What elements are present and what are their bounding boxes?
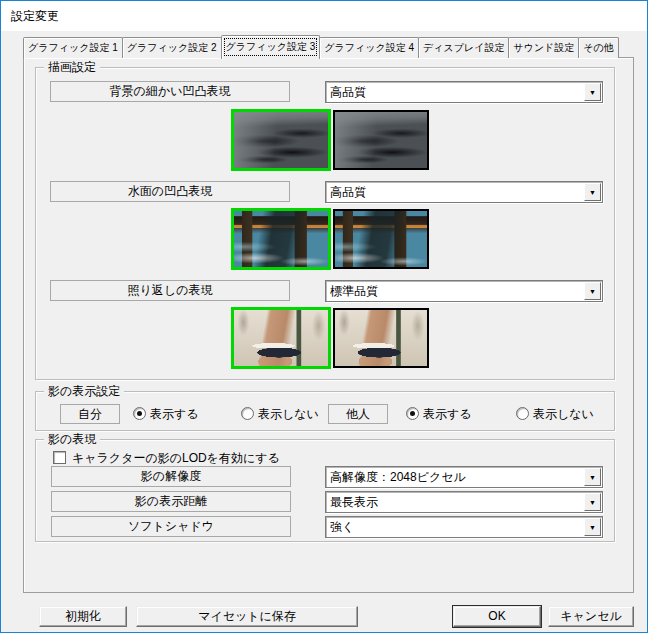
tab-graphics-3[interactable]: グラフィック設定 3 — [221, 35, 321, 59]
combo-shadow-distance[interactable]: 最長表示 ▼ — [325, 491, 603, 513]
thumbnail-reflection-alt[interactable] — [333, 308, 429, 368]
chevron-down-icon[interactable]: ▼ — [584, 518, 601, 536]
group-shadow-expression: 影の表現 キャラクターの影のLODを有効にする 影の解像度 高解像度：2048ピ… — [35, 439, 615, 542]
chevron-down-icon[interactable]: ▼ — [584, 493, 601, 511]
combo-soft-shadow[interactable]: 強く ▼ — [325, 516, 603, 538]
radio-others-hide-label[interactable]: 表示しない — [533, 407, 594, 421]
radio-self-hide[interactable] — [241, 407, 254, 420]
radio-self-show[interactable] — [133, 407, 146, 420]
settings-dialog: 設定変更 描画設定 背景の細かい凹凸表現 高品質 ▼ 水面の凹凸表現 高品質 ▼… — [0, 0, 648, 633]
chevron-down-icon[interactable]: ▼ — [584, 183, 601, 201]
thumbnail-reflection-selected[interactable] — [231, 307, 331, 369]
label-shadow-others: 他人 — [328, 404, 388, 424]
cancel-button[interactable]: キャンセル — [548, 606, 634, 627]
checkbox-shadow-lod-label[interactable]: キャラクターの影のLODを有効にする — [72, 451, 280, 465]
tab-display[interactable]: ディスプレイ設定 — [418, 37, 509, 58]
group-shadow-expression-label: 影の表現 — [44, 432, 100, 446]
tab-other[interactable]: その他 — [578, 37, 618, 58]
label-shadow-self: 自分 — [60, 404, 120, 424]
radio-self-show-label[interactable]: 表示する — [150, 407, 199, 421]
chevron-down-icon[interactable]: ▼ — [584, 468, 601, 486]
tab-graphics-4[interactable]: グラフィック設定 4 — [319, 37, 419, 58]
thumbnail-background-bump-selected[interactable] — [231, 109, 331, 171]
chevron-down-icon[interactable]: ▼ — [584, 83, 601, 101]
combo-background-bump-value: 高品質 — [330, 83, 366, 101]
label-water-bump: 水面の凹凸表現 — [50, 181, 290, 202]
initialize-button[interactable]: 初期化 — [39, 606, 127, 627]
label-shadow-resolution: 影の解像度 — [51, 466, 291, 487]
combo-background-bump[interactable]: 高品質 ▼ — [325, 81, 603, 103]
tab-bar: グラフィック設定 1 グラフィック設定 2 グラフィック設定 3 グラフィック設… — [23, 36, 618, 58]
tab-graphics-2[interactable]: グラフィック設定 2 — [122, 37, 222, 58]
chevron-down-icon[interactable]: ▼ — [584, 282, 601, 300]
thumbnail-water-bump-alt[interactable] — [333, 209, 429, 269]
combo-reflection-value: 標準品質 — [330, 282, 378, 300]
label-soft-shadow: ソフトシャドウ — [51, 516, 291, 537]
combo-water-bump-value: 高品質 — [330, 183, 366, 201]
label-shadow-distance: 影の表示距離 — [51, 491, 291, 512]
ok-button[interactable]: OK — [453, 606, 541, 627]
combo-shadow-resolution[interactable]: 高解像度：2048ピクセル ▼ — [325, 466, 603, 488]
tab-sound[interactable]: サウンド設定 — [508, 37, 579, 58]
titlebar[interactable]: 設定変更 — [1, 1, 647, 31]
tab-graphics-1[interactable]: グラフィック設定 1 — [23, 37, 123, 58]
group-drawing-settings: 描画設定 背景の細かい凹凸表現 高品質 ▼ 水面の凹凸表現 高品質 ▼ 照り返し… — [35, 67, 615, 380]
window-title: 設定変更 — [11, 1, 59, 31]
combo-soft-shadow-value: 強く — [330, 518, 354, 536]
label-background-bump: 背景の細かい凹凸表現 — [50, 81, 290, 102]
combo-shadow-distance-value: 最長表示 — [330, 493, 378, 511]
group-shadow-display-label: 影の表示設定 — [44, 384, 124, 398]
group-drawing-settings-label: 描画設定 — [44, 60, 100, 74]
combo-shadow-resolution-value: 高解像度：2048ピクセル — [330, 468, 466, 486]
combo-reflection[interactable]: 標準品質 ▼ — [325, 280, 603, 302]
thumbnail-water-bump-selected[interactable] — [231, 208, 331, 270]
radio-others-show[interactable] — [406, 407, 419, 420]
combo-water-bump[interactable]: 高品質 ▼ — [325, 181, 603, 203]
tab-panel: 描画設定 背景の細かい凹凸表現 高品質 ▼ 水面の凹凸表現 高品質 ▼ 照り返し… — [23, 57, 634, 593]
radio-others-show-label[interactable]: 表示する — [423, 407, 472, 421]
save-myset-button[interactable]: マイセットに保存 — [136, 606, 358, 627]
thumbnail-background-bump-alt[interactable] — [333, 110, 429, 170]
label-reflection: 照り返しの表現 — [50, 280, 290, 301]
checkbox-shadow-lod[interactable] — [53, 451, 66, 464]
group-shadow-display: 影の表示設定 自分 表示する 表示しない 他人 表示する 表示しない — [35, 391, 615, 431]
radio-others-hide[interactable] — [516, 407, 529, 420]
radio-self-hide-label[interactable]: 表示しない — [258, 407, 319, 421]
